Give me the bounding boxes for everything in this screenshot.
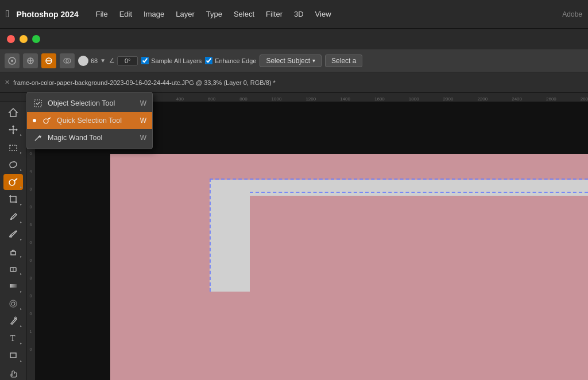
sample-all-layers-label[interactable]: Sample All Layers: [141, 57, 202, 64]
ruler-tick: 800: [239, 96, 247, 102]
add-brush-icon[interactable]: [23, 53, 38, 68]
marquee-tool[interactable]: ▸: [3, 139, 23, 155]
corner-arrow: ▸: [20, 272, 22, 276]
svg-point-17: [10, 218, 12, 220]
menu-layer[interactable]: Layer: [170, 7, 200, 21]
ruler-v-tick: 0: [30, 152, 32, 156]
menu-3d[interactable]: 3D: [288, 7, 310, 21]
blur-tool[interactable]: ▸: [3, 296, 23, 312]
ruler-tick: 400: [176, 96, 184, 102]
gradient-tool[interactable]: ▸: [3, 278, 23, 294]
corner-arrow: ▸: [20, 202, 22, 206]
corner-arrow: ▸: [20, 289, 22, 293]
lasso-tool[interactable]: ▸: [3, 157, 23, 173]
corner-arrow: ▸: [20, 341, 22, 345]
corner-arrow: ▸: [20, 324, 22, 328]
move-tool[interactable]: ▸: [3, 122, 23, 138]
flyout-item-magic-wand[interactable]: Magic Wand Tool W: [27, 129, 152, 146]
apple-icon: : [6, 8, 10, 20]
svg-marker-11: [12, 133, 14, 134]
flyout-item-shortcut: W: [140, 134, 146, 142]
crop-tool[interactable]: ▸: [3, 191, 23, 207]
ruler-v-tick: 0: [30, 312, 32, 316]
sample-all-layers-checkbox[interactable]: [141, 57, 149, 64]
magic-wand-icon: [33, 133, 43, 143]
svg-rect-19: [11, 251, 16, 255]
tab-close-button[interactable]: ✕: [5, 79, 10, 86]
select-and-mask-button[interactable]: Select a: [325, 55, 362, 67]
flyout-item-quick-selection[interactable]: Quick Selection Tool W: [27, 112, 152, 129]
home-tool[interactable]: [3, 104, 23, 121]
traffic-light-fullscreen[interactable]: [32, 35, 40, 43]
traffic-light-minimize[interactable]: [20, 35, 28, 43]
frame-outer: [210, 180, 588, 292]
corner-arrow: ▸: [20, 220, 22, 224]
traffic-light-close[interactable]: [7, 35, 15, 43]
svg-marker-12: [9, 129, 10, 131]
eyedropper-tool[interactable]: ▸: [3, 208, 23, 224]
intersect-brush-icon[interactable]: [60, 53, 75, 68]
svg-line-34: [48, 118, 51, 119]
traffic-lights-bar: [0, 29, 588, 49]
ruler-v-tick: 0: [30, 258, 32, 262]
menu-edit[interactable]: Edit: [114, 7, 138, 21]
flyout-item-shortcut: W: [140, 117, 146, 125]
options-bar: 68 ▼ ∠ 0° Sample All Layers Enhance Edge…: [0, 49, 588, 72]
hand-tool[interactable]: [3, 365, 23, 380]
menu-type[interactable]: Type: [200, 7, 228, 21]
svg-point-15: [9, 180, 15, 185]
flyout-item-object-selection[interactable]: Object Selection Tool W: [27, 95, 152, 112]
ruler-tick: 2600: [546, 96, 556, 102]
tab-row: ✕ frame-on-color-paper-background-2023-0…: [0, 72, 588, 93]
enhance-edge-checkbox[interactable]: [205, 57, 212, 64]
shape-tool[interactable]: ▸: [3, 347, 23, 363]
ruler-v-tick: 0: [30, 187, 32, 191]
angle-value[interactable]: 0°: [117, 56, 138, 65]
quick-selection-icon: [42, 115, 52, 126]
flyout-item-label: Object Selection Tool: [48, 99, 136, 107]
angle-icon: ∠: [109, 57, 115, 64]
corner-arrow: ▸: [20, 133, 22, 137]
object-selection-icon: [33, 98, 43, 108]
ruler-tick: 1200: [305, 96, 316, 102]
svg-marker-10: [12, 125, 14, 127]
quick-selection-tool[interactable]: ▸: [3, 174, 23, 190]
corner-arrow: ▸: [20, 168, 22, 172]
svg-line-16: [14, 179, 17, 181]
enhance-edge-label[interactable]: Enhance Edge: [205, 57, 256, 64]
menu-file[interactable]: File: [90, 7, 114, 21]
svg-point-24: [11, 302, 15, 305]
ruler-v-tick: 0: [30, 241, 32, 245]
flyout-menu: Object Selection Tool W Quick Selection …: [26, 92, 153, 149]
brush-tool[interactable]: ▸: [3, 226, 23, 242]
brush-preview: [78, 56, 88, 66]
select-subject-button[interactable]: Select Subject ▾: [260, 55, 322, 67]
menu-filter[interactable]: Filter: [260, 7, 288, 21]
svg-marker-13: [16, 129, 18, 131]
ruler-v-tick: 0: [30, 347, 32, 351]
eraser-tool[interactable]: ▸: [3, 261, 23, 277]
menu-image[interactable]: Image: [138, 7, 170, 21]
brush-dropdown-arrow[interactable]: ▼: [100, 57, 106, 64]
brush-size-dropdown[interactable]: 68: [91, 57, 98, 64]
text-tool[interactable]: T ▸: [3, 330, 23, 346]
subtract-brush-icon[interactable]: [41, 53, 56, 68]
ruler-v-tick: 0: [30, 294, 32, 298]
menu-select[interactable]: Select: [228, 7, 260, 21]
flyout-item-label: Magic Wand Tool: [48, 134, 136, 142]
menubar:  Photoshop 2024 File Edit Image Layer T…: [0, 0, 588, 29]
tab-title: frame-on-color-paper-background-2023-09-…: [13, 79, 276, 86]
corner-arrow: ▸: [20, 254, 22, 258]
menu-view[interactable]: View: [310, 7, 337, 21]
ruler-v-tick: 1: [30, 329, 32, 334]
corner-arrow: ▸: [20, 150, 22, 154]
angle-container: ∠ 0°: [109, 56, 138, 65]
adobe-label: Adobe: [562, 10, 582, 18]
stamp-tool[interactable]: ▸: [3, 243, 23, 259]
ruler-tick: 2000: [443, 96, 454, 102]
svg-point-23: [10, 300, 17, 307]
pen-tool[interactable]: ▸: [3, 313, 23, 329]
svg-point-33: [44, 119, 48, 123]
ruler-tick: 600: [208, 96, 215, 102]
brush-preset-icon[interactable]: [5, 53, 20, 68]
